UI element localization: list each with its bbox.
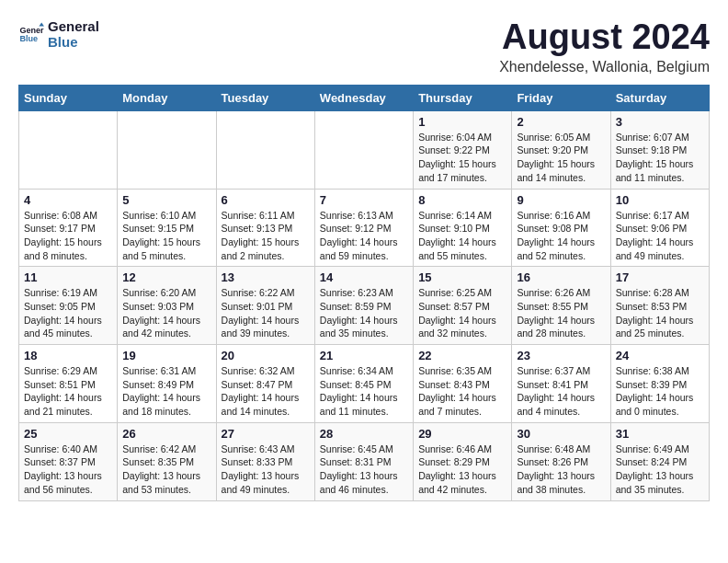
- svg-text:Blue: Blue: [19, 34, 38, 43]
- day-number: 27: [222, 427, 310, 441]
- calendar-cell: 9Sunrise: 6:16 AM Sunset: 9:08 PM Daylig…: [512, 189, 610, 267]
- day-info: Sunrise: 6:20 AM Sunset: 9:03 PM Dayligh…: [122, 286, 210, 340]
- day-info: Sunrise: 6:26 AM Sunset: 8:55 PM Dayligh…: [517, 286, 605, 340]
- day-info: Sunrise: 6:49 AM Sunset: 8:24 PM Dayligh…: [616, 442, 704, 497]
- day-info: Sunrise: 6:43 AM Sunset: 8:33 PM Dayligh…: [222, 442, 310, 497]
- header-saturday: Saturday: [610, 85, 709, 110]
- day-number: 23: [517, 349, 605, 362]
- calendar-cell: 29Sunrise: 6:46 AM Sunset: 8:29 PM Dayli…: [414, 422, 512, 500]
- day-number: 29: [418, 427, 506, 441]
- calendar-cell: 13Sunrise: 6:22 AM Sunset: 9:01 PM Dayli…: [216, 267, 314, 345]
- calendar-week-row: 18Sunrise: 6:29 AM Sunset: 8:51 PM Dayli…: [19, 345, 710, 423]
- calendar-cell: 4Sunrise: 6:08 AM Sunset: 9:17 PM Daylig…: [19, 189, 118, 267]
- day-info: Sunrise: 6:22 AM Sunset: 9:01 PM Dayligh…: [222, 286, 310, 340]
- calendar-week-row: 1Sunrise: 6:04 AM Sunset: 9:22 PM Daylig…: [19, 110, 710, 189]
- day-number: 17: [616, 270, 704, 284]
- day-info: Sunrise: 6:42 AM Sunset: 8:35 PM Dayligh…: [122, 442, 210, 497]
- logo-line2: Blue: [48, 34, 99, 50]
- calendar-cell: 26Sunrise: 6:42 AM Sunset: 8:35 PM Dayli…: [118, 422, 216, 500]
- day-info: Sunrise: 6:25 AM Sunset: 8:57 PM Dayligh…: [418, 286, 506, 340]
- header-friday: Friday: [512, 85, 610, 110]
- day-number: 9: [517, 193, 605, 207]
- calendar-cell: 14Sunrise: 6:23 AM Sunset: 8:59 PM Dayli…: [314, 267, 413, 345]
- logo-line1: General: [48, 18, 99, 34]
- day-info: Sunrise: 6:31 AM Sunset: 8:49 PM Dayligh…: [122, 364, 210, 419]
- day-number: 20: [222, 349, 310, 362]
- calendar-cell: 20Sunrise: 6:32 AM Sunset: 8:47 PM Dayli…: [216, 345, 314, 423]
- day-number: 7: [320, 193, 408, 207]
- day-number: 4: [24, 193, 112, 207]
- day-info: Sunrise: 6:45 AM Sunset: 8:31 PM Dayligh…: [320, 442, 408, 497]
- day-info: Sunrise: 6:19 AM Sunset: 9:05 PM Dayligh…: [24, 286, 112, 340]
- day-info: Sunrise: 6:10 AM Sunset: 9:15 PM Dayligh…: [122, 209, 210, 263]
- day-number: 10: [616, 193, 704, 207]
- calendar-cell: 18Sunrise: 6:29 AM Sunset: 8:51 PM Dayli…: [19, 345, 118, 423]
- day-number: 1: [418, 115, 506, 129]
- day-info: Sunrise: 6:40 AM Sunset: 8:37 PM Dayligh…: [24, 442, 112, 497]
- day-number: 18: [24, 349, 112, 362]
- logo: General Blue General Blue: [18, 18, 99, 50]
- calendar-cell: [314, 110, 413, 189]
- day-number: 26: [122, 427, 210, 441]
- day-info: Sunrise: 6:08 AM Sunset: 9:17 PM Dayligh…: [24, 209, 112, 263]
- calendar-cell: 27Sunrise: 6:43 AM Sunset: 8:33 PM Dayli…: [216, 422, 314, 500]
- calendar-cell: 24Sunrise: 6:38 AM Sunset: 8:39 PM Dayli…: [610, 345, 709, 423]
- day-info: Sunrise: 6:37 AM Sunset: 8:41 PM Dayligh…: [517, 364, 605, 419]
- calendar-week-row: 25Sunrise: 6:40 AM Sunset: 8:37 PM Dayli…: [19, 422, 710, 500]
- calendar-cell: 6Sunrise: 6:11 AM Sunset: 9:13 PM Daylig…: [216, 189, 314, 267]
- calendar-cell: 10Sunrise: 6:17 AM Sunset: 9:06 PM Dayli…: [610, 189, 709, 267]
- day-number: 19: [122, 349, 210, 362]
- day-info: Sunrise: 6:23 AM Sunset: 8:59 PM Dayligh…: [320, 286, 408, 340]
- day-number: 25: [24, 427, 112, 441]
- calendar-cell: 3Sunrise: 6:07 AM Sunset: 9:18 PM Daylig…: [610, 110, 709, 189]
- calendar-cell: 17Sunrise: 6:28 AM Sunset: 8:53 PM Dayli…: [610, 267, 709, 345]
- calendar-cell: 19Sunrise: 6:31 AM Sunset: 8:49 PM Dayli…: [118, 345, 216, 423]
- header-tuesday: Tuesday: [216, 85, 314, 110]
- calendar-cell: 23Sunrise: 6:37 AM Sunset: 8:41 PM Dayli…: [512, 345, 610, 423]
- calendar-week-row: 11Sunrise: 6:19 AM Sunset: 9:05 PM Dayli…: [19, 267, 710, 345]
- page-header: General Blue General Blue August 2024 Xh…: [18, 18, 710, 75]
- day-info: Sunrise: 6:29 AM Sunset: 8:51 PM Dayligh…: [24, 364, 112, 419]
- calendar-cell: 2Sunrise: 6:05 AM Sunset: 9:20 PM Daylig…: [512, 110, 610, 189]
- calendar-cell: 12Sunrise: 6:20 AM Sunset: 9:03 PM Dayli…: [118, 267, 216, 345]
- calendar-cell: 15Sunrise: 6:25 AM Sunset: 8:57 PM Dayli…: [414, 267, 512, 345]
- day-number: 15: [418, 270, 506, 284]
- calendar-cell: 7Sunrise: 6:13 AM Sunset: 9:12 PM Daylig…: [314, 189, 413, 267]
- calendar-cell: 21Sunrise: 6:34 AM Sunset: 8:45 PM Dayli…: [314, 345, 413, 423]
- logo-icon: General Blue: [18, 21, 44, 47]
- calendar-cell: 28Sunrise: 6:45 AM Sunset: 8:31 PM Dayli…: [314, 422, 413, 500]
- day-number: 12: [122, 270, 210, 284]
- day-number: 22: [418, 349, 506, 362]
- day-number: 30: [517, 427, 605, 441]
- day-info: Sunrise: 6:07 AM Sunset: 9:18 PM Dayligh…: [616, 131, 704, 185]
- day-info: Sunrise: 6:35 AM Sunset: 8:43 PM Dayligh…: [418, 364, 506, 419]
- calendar-subtitle: Xhendelesse, Wallonia, Belgium: [499, 59, 710, 75]
- calendar-cell: [19, 110, 118, 189]
- calendar-cell: 31Sunrise: 6:49 AM Sunset: 8:24 PM Dayli…: [610, 422, 709, 500]
- day-info: Sunrise: 6:32 AM Sunset: 8:47 PM Dayligh…: [222, 364, 310, 419]
- calendar-cell: 5Sunrise: 6:10 AM Sunset: 9:15 PM Daylig…: [118, 189, 216, 267]
- day-number: 11: [24, 270, 112, 284]
- day-info: Sunrise: 6:14 AM Sunset: 9:10 PM Dayligh…: [418, 209, 506, 263]
- calendar-title: August 2024: [499, 18, 710, 57]
- title-block: August 2024 Xhendelesse, Wallonia, Belgi…: [499, 18, 710, 75]
- day-number: 5: [122, 193, 210, 207]
- day-info: Sunrise: 6:28 AM Sunset: 8:53 PM Dayligh…: [616, 286, 704, 340]
- header-wednesday: Wednesday: [314, 85, 413, 110]
- calendar-cell: 16Sunrise: 6:26 AM Sunset: 8:55 PM Dayli…: [512, 267, 610, 345]
- day-number: 2: [517, 115, 605, 129]
- day-info: Sunrise: 6:11 AM Sunset: 9:13 PM Dayligh…: [222, 209, 310, 263]
- day-number: 3: [616, 115, 704, 129]
- calendar-header-row: Sunday Monday Tuesday Wednesday Thursday…: [19, 85, 710, 110]
- day-info: Sunrise: 6:46 AM Sunset: 8:29 PM Dayligh…: [418, 442, 506, 497]
- calendar-cell: 11Sunrise: 6:19 AM Sunset: 9:05 PM Dayli…: [19, 267, 118, 345]
- calendar-week-row: 4Sunrise: 6:08 AM Sunset: 9:17 PM Daylig…: [19, 189, 710, 267]
- day-info: Sunrise: 6:05 AM Sunset: 9:20 PM Dayligh…: [517, 131, 605, 185]
- day-info: Sunrise: 6:34 AM Sunset: 8:45 PM Dayligh…: [320, 364, 408, 419]
- day-info: Sunrise: 6:48 AM Sunset: 8:26 PM Dayligh…: [517, 442, 605, 497]
- day-number: 31: [616, 427, 704, 441]
- day-number: 6: [222, 193, 310, 207]
- header-sunday: Sunday: [19, 85, 118, 110]
- day-number: 14: [320, 270, 408, 284]
- calendar-table: Sunday Monday Tuesday Wednesday Thursday…: [18, 85, 710, 501]
